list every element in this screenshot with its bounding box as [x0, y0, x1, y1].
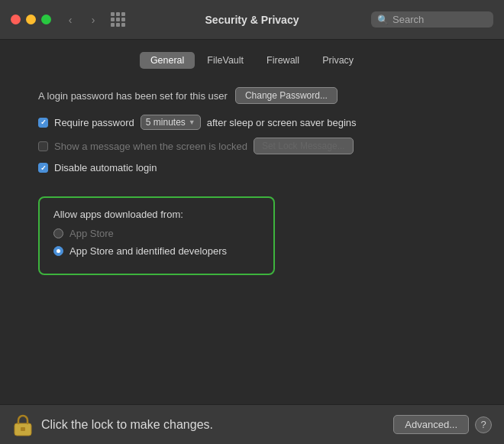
- allow-apps-box: Allow apps downloaded from: App Store Ap…: [38, 196, 275, 275]
- lock-icon[interactable]: [12, 413, 34, 437]
- password-timeout-dropdown[interactable]: 5 minutes ▼: [141, 115, 201, 130]
- lock-text: Click the lock to make changes.: [41, 418, 213, 432]
- advanced-button[interactable]: Advanced...: [393, 415, 469, 434]
- nav-buttons: ‹ ›: [60, 12, 103, 28]
- window-title: Security & Privacy: [205, 14, 299, 26]
- app-store-label: App Store: [69, 228, 114, 239]
- tab-general[interactable]: General: [140, 52, 195, 69]
- show-message-row: Show a message when the screen is locked…: [38, 138, 466, 154]
- grid-icon[interactable]: [111, 12, 126, 28]
- traffic-lights: [11, 15, 51, 24]
- chevron-down-icon: ▼: [189, 118, 195, 126]
- search-icon: 🔍: [377, 15, 389, 25]
- svg-rect-1: [21, 427, 25, 431]
- tab-privacy[interactable]: Privacy: [312, 52, 364, 69]
- maximize-button[interactable]: [41, 15, 51, 24]
- tab-bar: General FileVault Firewall Privacy: [15, 52, 489, 69]
- show-message-label: Show a message when the screen is locked: [54, 141, 247, 152]
- lock-area: Click the lock to make changes.: [12, 413, 213, 437]
- login-password-text: A login password has been set for this u…: [38, 90, 228, 102]
- app-store-developers-radio-row: App Store and identified developers: [53, 245, 260, 257]
- tab-firewall[interactable]: Firewall: [256, 52, 310, 69]
- forward-button[interactable]: ›: [83, 12, 103, 28]
- search-placeholder: Search: [393, 14, 424, 25]
- dropdown-value: 5 minutes: [146, 117, 186, 128]
- main-content: General FileVault Firewall Privacy A log…: [0, 40, 504, 404]
- help-button[interactable]: ?: [475, 416, 492, 433]
- tab-filevault[interactable]: FileVault: [196, 52, 254, 69]
- app-store-radio[interactable]: [53, 228, 63, 238]
- disable-autologin-label: Disable automatic login: [54, 162, 157, 173]
- app-store-radio-row: App Store: [53, 228, 260, 239]
- set-lock-message-button[interactable]: Set Lock Message...: [254, 138, 354, 154]
- back-button[interactable]: ‹: [60, 12, 80, 28]
- general-settings: A login password has been set for this u…: [15, 84, 489, 278]
- bottom-right-actions: Advanced... ?: [393, 415, 492, 434]
- disable-autologin-row: Disable automatic login: [38, 162, 466, 173]
- bottom-bar: Click the lock to make changes. Advanced…: [0, 404, 504, 444]
- titlebar: ‹ › Security & Privacy 🔍 Search: [0, 0, 504, 40]
- close-button[interactable]: [11, 15, 21, 24]
- app-store-developers-label: App Store and identified developers: [69, 245, 227, 257]
- after-sleep-label: after sleep or screen saver begins: [207, 117, 357, 128]
- require-password-row: Require password 5 minutes ▼ after sleep…: [38, 115, 466, 130]
- app-store-developers-radio[interactable]: [53, 246, 63, 256]
- show-message-checkbox[interactable]: [38, 141, 48, 151]
- allow-apps-title: Allow apps downloaded from:: [53, 209, 260, 220]
- minimize-button[interactable]: [26, 15, 36, 24]
- require-password-label: Require password: [54, 117, 134, 128]
- login-password-row: A login password has been set for this u…: [38, 87, 466, 104]
- search-bar[interactable]: 🔍 Search: [371, 11, 493, 28]
- require-password-checkbox[interactable]: [38, 118, 48, 128]
- disable-autologin-checkbox[interactable]: [38, 163, 48, 173]
- change-password-button[interactable]: Change Password...: [235, 87, 338, 104]
